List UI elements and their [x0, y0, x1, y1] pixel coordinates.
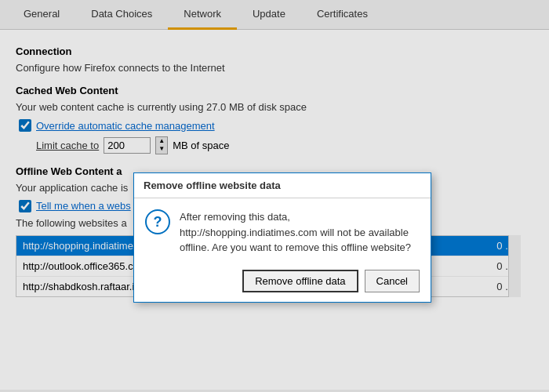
question-icon: ? [145, 209, 170, 234]
dialog-title: Remove offline website data [134, 173, 431, 198]
dialog-buttons: Remove offline data Cancel [134, 263, 431, 302]
remove-offline-data-button[interactable]: Remove offline data [242, 270, 358, 292]
remove-offline-dialog: Remove offline website data ? After remo… [133, 172, 431, 303]
dialog-body: ? After removing this data, http://shopp… [134, 198, 431, 263]
cancel-button[interactable]: Cancel [365, 270, 420, 292]
dialog-message: After removing this data, http://shoppin… [180, 209, 420, 256]
